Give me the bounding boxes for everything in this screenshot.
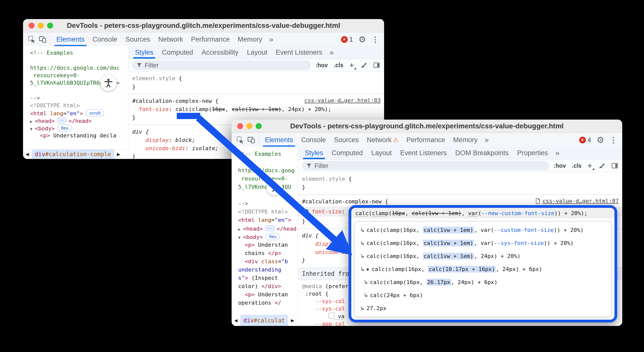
new-style-rule-button[interactable]: + [349, 61, 354, 70]
kebab-menu-icon[interactable]: ⋮ [372, 35, 379, 44]
dock-side-icon[interactable] [611, 162, 618, 169]
code-line[interactable]: element.style { [302, 175, 622, 183]
dock-side-icon[interactable] [373, 62, 380, 69]
breadcrumb-selected[interactable]: div#calculat [240, 315, 288, 326]
subtab-layout[interactable]: Layout [367, 147, 396, 159]
subtab-dom-breakpoints[interactable]: DOM Breakpoints [451, 147, 513, 159]
new-style-rule-button[interactable]: + [587, 161, 592, 170]
inspect-icon[interactable] [235, 134, 246, 145]
trace-row[interactable]: ↳ calc(clamp(16px, calc(1vw + 1em), var(… [360, 224, 611, 237]
more-tabs-icon[interactable]: » [266, 32, 276, 46]
dom-node[interactable]: s"> (Inspect [238, 274, 298, 282]
device-toolbar-icon[interactable] [246, 134, 257, 145]
subtab-properties[interactable]: Properties [513, 147, 552, 159]
filter-input[interactable]: Filter [132, 60, 311, 70]
dom-node[interactable]: color) </div> [238, 282, 298, 290]
dom-node[interactable]: <html lang="en"> [238, 216, 298, 224]
tab-elements[interactable]: Elements [261, 133, 297, 147]
filter-input[interactable]: Filter [302, 161, 549, 170]
dom-node[interactable]: <html lang="en">scroll [30, 109, 128, 117]
settings-gear-icon[interactable]: ⚙ [597, 135, 604, 145]
minimize-button[interactable] [246, 123, 252, 129]
tab-performance[interactable]: Performance [402, 133, 449, 147]
breadcrumb-left-arrow[interactable]: ◀ [23, 149, 32, 159]
dom-node[interactable]: chains </p> [238, 249, 298, 257]
code-line[interactable]: font-size: calc(clamp(16px, calc(1vw + 1… [132, 105, 384, 113]
code-line[interactable]: } [302, 183, 622, 191]
subtab-computed[interactable]: Computed [328, 147, 367, 159]
breadcrumb-selected[interactable]: div#calculation-comple [32, 149, 114, 159]
subtab-styles[interactable]: Styles [131, 46, 158, 59]
dom-node[interactable]: --> [238, 199, 298, 208]
breadcrumb-left-arrow[interactable]: ◀ [232, 315, 240, 326]
device-toolbar-icon[interactable] [37, 34, 48, 45]
dom-node[interactable]: ▶ <head>⋯</head> [30, 117, 128, 124]
toggle-hov-button[interactable]: :hov [315, 62, 328, 69]
dom-node[interactable]: https://docs.google.com/doc [30, 64, 128, 72]
accessibility-person-icon[interactable] [266, 179, 282, 195]
code-line[interactable]: element.style { [132, 74, 384, 82]
subtab-computed[interactable]: Computed [158, 46, 198, 59]
dom-node[interactable]: ▶ <head>⋯</head [238, 224, 298, 232]
dom-node[interactable]: --> [30, 94, 128, 102]
breadcrumb-right-arrow[interactable]: ▶ [288, 315, 297, 326]
tab-sources[interactable]: Sources [121, 32, 154, 46]
trace-row[interactable]: ↳ ▼ calc(clamp(16px, calc(10.17px + 16px… [360, 263, 611, 276]
tab-memory[interactable]: Memory [234, 32, 266, 46]
code-line[interactable]: } [132, 82, 384, 91]
close-button[interactable] [237, 123, 243, 129]
dom-node[interactable]: <p> Understanding decla [30, 132, 128, 139]
subtab-event-listeners[interactable]: Event Listeners [396, 147, 451, 159]
close-button[interactable] [29, 23, 35, 29]
trace-row[interactable]: ↳ calc(clamp(16px, 26.17px, 24px) + 6px) [360, 276, 611, 289]
rendering-brush-icon[interactable] [598, 162, 605, 169]
more-subtabs-icon[interactable]: » [552, 147, 562, 159]
toggle-cls-button[interactable]: .cls [572, 162, 581, 169]
dom-node[interactable]: <!DOCTYPE html> [30, 102, 128, 109]
minimize-button[interactable] [38, 23, 44, 29]
error-badge[interactable]: × 4 [579, 136, 591, 144]
more-tabs-icon[interactable]: » [481, 133, 492, 147]
zoom-button[interactable] [256, 123, 262, 129]
zoom-button[interactable] [47, 23, 53, 29]
inspect-icon[interactable] [26, 34, 37, 45]
trace-row[interactable]: ↳ calc(clamp(16px, calc(1vw + 1em), 24px… [360, 250, 611, 263]
tab-memory[interactable]: Memory [449, 133, 482, 147]
tab-network[interactable]: Network⚠ [363, 133, 403, 147]
tab-performance[interactable]: Performance [187, 32, 234, 46]
dom-node[interactable]: understanding [238, 266, 298, 274]
dom-node[interactable]: <p> Understan [238, 290, 298, 299]
trace-row[interactable]: ↳ calc(clamp(16px, calc(1vw + 1em), var(… [360, 237, 611, 250]
dom-node[interactable] [238, 158, 298, 166]
dom-node[interactable]: <!-- Examples [238, 150, 298, 158]
breadcrumb-right-arrow[interactable]: ▶ [114, 149, 123, 159]
tab-console[interactable]: Console [89, 32, 121, 46]
subtab-styles[interactable]: Styles [300, 147, 328, 159]
subtab-layout[interactable]: Layout [243, 46, 271, 59]
dom-node[interactable]: resourcekey=0- [238, 174, 298, 183]
tab-sources[interactable]: Sources [330, 133, 363, 147]
dom-node[interactable]: ▼ <body>flex [30, 124, 128, 132]
kebab-menu-icon[interactable]: ⋮ [610, 136, 617, 144]
source-link[interactable]: css-value-d…ger.html:87 [535, 198, 619, 204]
font-size-value[interactable]: calc(clamp(16px, calc(1vw + 1em), var(--… [351, 208, 614, 218]
more-subtabs-icon[interactable]: » [327, 46, 337, 59]
trace-row[interactable]: ↳ calc(24px + 6px) [360, 289, 611, 302]
dom-node[interactable]: <div class="b [238, 257, 298, 266]
subtab-event-listeners[interactable]: Event Listeners [271, 46, 327, 59]
subtab-accessibility[interactable]: Accessibility [197, 46, 243, 59]
trace-row[interactable]: ↳ 27.2px [360, 302, 611, 315]
dom-node[interactable]: <p> Understan [238, 241, 298, 249]
source-link[interactable]: css-value-d…ger.html:83 [304, 97, 381, 104]
dom-node[interactable] [30, 57, 128, 64]
settings-gear-icon[interactable]: ⚙ [359, 34, 366, 44]
dom-node[interactable]: ▼ <body>flex [238, 232, 298, 241]
toggle-cls-button[interactable]: .cls [334, 62, 343, 69]
tab-network[interactable]: Network [154, 32, 187, 46]
accessibility-person-icon[interactable] [100, 75, 116, 91]
dom-node[interactable]: <!-- Examples [30, 49, 128, 57]
rendering-brush-icon[interactable] [360, 62, 367, 69]
toggle-hov-button[interactable]: :hov [554, 162, 566, 169]
tab-console[interactable]: Console [297, 133, 330, 147]
error-badge[interactable]: × 1 [341, 36, 353, 43]
